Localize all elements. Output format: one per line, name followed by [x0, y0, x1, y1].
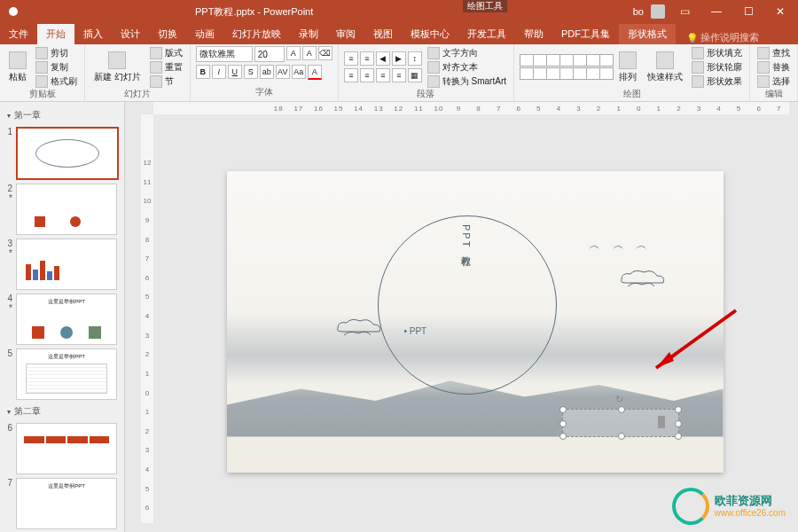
shape-outline-button[interactable]: 形状轮廓 [690, 60, 744, 74]
shape-triangle-icon[interactable] [573, 54, 587, 66]
tab-developer[interactable]: 开发工具 [458, 24, 515, 44]
new-slide-button[interactable]: 新建 幻灯片 [90, 50, 145, 85]
text-direction-button[interactable]: 文字方向 [426, 46, 508, 59]
tab-insert[interactable]: 插入 [74, 24, 112, 44]
shape-connector-icon[interactable] [520, 67, 534, 80]
tab-view[interactable]: 视图 [364, 24, 402, 44]
font-color-button[interactable]: A [308, 65, 322, 80]
shape-line-icon[interactable] [546, 54, 560, 66]
font-name-select[interactable]: 微软雅黑 [196, 46, 253, 62]
case-button[interactable]: Aa [292, 65, 306, 79]
maximize-icon[interactable]: ☐ [736, 3, 761, 20]
ruler-vertical[interactable]: 1211109876543210123456 [141, 114, 153, 523]
selected-textbox[interactable]: ↻ [562, 409, 679, 437]
bullets-button[interactable]: ≡ [344, 51, 358, 66]
strikethrough-button[interactable]: S [244, 65, 258, 79]
cut-button[interactable]: 剪切 [34, 46, 79, 59]
thumb-3[interactable] [16, 239, 117, 290]
tab-record[interactable]: 录制 [290, 24, 327, 44]
shape-oval-icon[interactable] [533, 54, 547, 66]
spacing-button[interactable]: AV [276, 65, 290, 79]
align-text-button[interactable]: 对齐文本 [426, 60, 508, 74]
find-button[interactable]: 查找 [755, 46, 792, 59]
resize-handle[interactable] [559, 420, 567, 427]
resize-handle[interactable] [618, 406, 625, 413]
thumb-4[interactable]: 这里是举例PPT [16, 293, 117, 345]
line-spacing-button[interactable]: ↕ [408, 51, 422, 66]
tab-home[interactable]: 开始 [37, 24, 74, 44]
align-center-button[interactable]: ≡ [360, 68, 374, 82]
shape-star-icon[interactable] [559, 67, 574, 80]
tab-help[interactable]: 帮助 [515, 24, 552, 44]
clear-format-button[interactable]: ⌫ [318, 46, 332, 60]
thumb-5[interactable]: 这里是举例PPT [16, 348, 117, 400]
align-left-button[interactable]: ≡ [344, 68, 358, 82]
resize-handle[interactable] [559, 406, 567, 413]
layout-button[interactable]: 版式 [148, 46, 184, 59]
resize-handle[interactable] [675, 420, 682, 427]
tell-me[interactable]: 💡操作说明搜索 [686, 31, 759, 44]
font-size-select[interactable]: 20 [254, 46, 285, 62]
user-name[interactable]: bo [633, 6, 644, 17]
slide-thumbnails[interactable]: 第一章 1 2* 3* 4*这里是举例PPT 5这里是举例PPT 第二章 6 7… [0, 102, 125, 532]
paste-button[interactable]: 粘贴 [5, 50, 30, 85]
copy-button[interactable]: 复制 [34, 60, 79, 74]
shape-fill-button[interactable]: 形状填充 [690, 46, 744, 59]
tab-format[interactable]: 形状格式 [619, 24, 676, 44]
tab-slideshow[interactable]: 幻灯片放映 [223, 24, 290, 44]
smartart-button[interactable]: 转换为 SmartArt [426, 74, 508, 88]
bold-button[interactable]: B [196, 65, 210, 79]
resize-handle[interactable] [675, 433, 682, 440]
user-avatar[interactable] [651, 4, 665, 19]
tab-transitions[interactable]: 切换 [149, 24, 186, 44]
indent-right-button[interactable]: ▶ [392, 51, 406, 66]
increase-font-button[interactable]: A [286, 46, 301, 60]
align-right-button[interactable]: ≡ [376, 68, 390, 82]
section-header-2[interactable]: 第二章 [0, 402, 124, 421]
shape-expand-icon[interactable] [599, 67, 614, 80]
rotate-handle-icon[interactable]: ↻ [615, 394, 626, 404]
minimize-icon[interactable]: — [704, 3, 729, 20]
indent-left-button[interactable]: ◀ [376, 51, 390, 66]
ruler-horizontal[interactable]: 18171615141312111098765432101234567 [153, 102, 789, 114]
thumb-1[interactable] [16, 127, 119, 180]
numbering-button[interactable]: ≡ [360, 51, 374, 66]
shadow-button[interactable]: ab [260, 65, 274, 79]
shape-rect-icon[interactable] [520, 54, 534, 66]
bullet-text[interactable]: • PPT [404, 326, 427, 336]
tab-pdf[interactable]: PDF工具集 [552, 24, 619, 44]
shape-brace-icon[interactable] [546, 67, 560, 80]
shape-curve-icon[interactable] [533, 67, 547, 80]
tab-review[interactable]: 审阅 [327, 24, 364, 44]
thumb-2[interactable] [16, 184, 117, 235]
slide-canvas[interactable]: PPT教程 • PPT ︵ ︵ ︵ ↻ [227, 171, 724, 473]
shape-action-icon[interactable] [586, 67, 600, 80]
section-button[interactable]: 节 [148, 74, 184, 88]
italic-button[interactable]: I [212, 65, 226, 79]
shape-gallery[interactable] [520, 54, 612, 80]
resize-handle[interactable] [559, 433, 567, 440]
select-button[interactable]: 选择 [755, 74, 792, 88]
resize-handle[interactable] [675, 406, 682, 413]
shape-textbox-icon[interactable] [586, 54, 600, 66]
section-header-1[interactable]: 第一章 [0, 106, 124, 125]
thumb-7[interactable]: 这里是举例PPT [16, 478, 117, 529]
columns-button[interactable]: ▦ [408, 68, 422, 82]
tab-file[interactable]: 文件 [0, 24, 37, 44]
replace-button[interactable]: 替换 [755, 60, 792, 74]
justify-button[interactable]: ≡ [392, 68, 406, 82]
tab-animations[interactable]: 动画 [186, 24, 223, 44]
thumb-6[interactable] [16, 423, 117, 474]
tab-template[interactable]: 模板中心 [402, 24, 458, 44]
quick-styles-button[interactable]: 快速样式 [644, 50, 686, 85]
format-painter-button[interactable]: 格式刷 [34, 74, 79, 88]
arrange-button[interactable]: 排列 [615, 50, 640, 85]
underline-button[interactable]: U [228, 65, 242, 79]
shape-arrow-icon[interactable] [559, 54, 574, 66]
decrease-font-button[interactable]: A [302, 46, 317, 60]
shape-effects-button[interactable]: 形状效果 [690, 74, 744, 88]
vertical-title[interactable]: PPT教程 [459, 224, 473, 252]
ribbon-options-icon[interactable]: ▭ [672, 3, 697, 20]
shape-more-icon[interactable] [599, 54, 614, 66]
reset-button[interactable]: 重置 [148, 60, 184, 74]
